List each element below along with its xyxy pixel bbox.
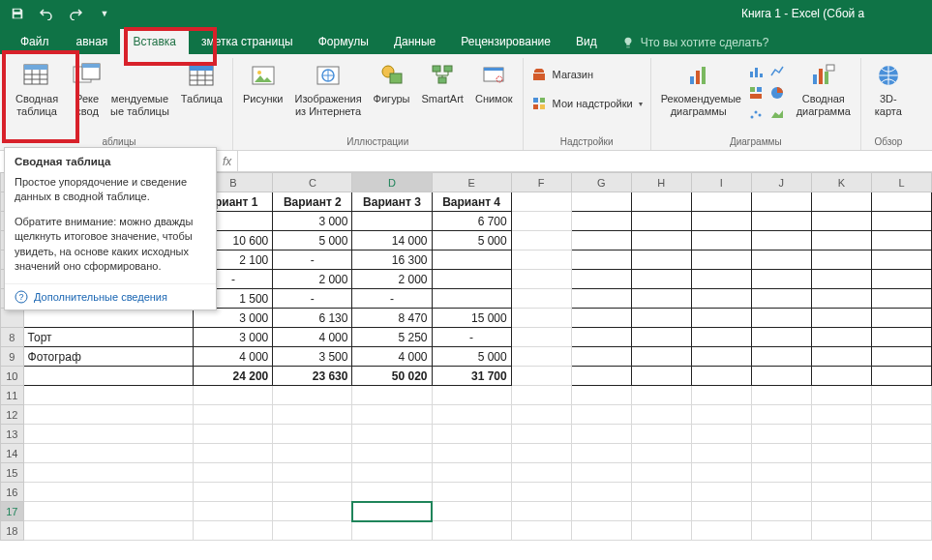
online-pictures-button[interactable]: Изображения из Интернета (290, 58, 365, 119)
table-row: 13 (1, 425, 932, 444)
rec-pivot-prefix-label: Реке свод (75, 93, 99, 117)
pivot-chart-button[interactable]: Сводная диаграмма (793, 58, 855, 119)
row-header-17[interactable]: 17 (1, 502, 24, 521)
cell[interactable]: 3 500 (273, 347, 352, 367)
tell-me-search[interactable]: Что вы хотите сделать? (610, 31, 781, 54)
cell[interactable]: - (352, 289, 432, 309)
cell[interactable]: - (273, 251, 352, 270)
col-header-l[interactable]: L (871, 173, 931, 192)
row-header-14[interactable]: 14 (1, 444, 24, 463)
tab-page-layout[interactable]: зметка страницы (189, 29, 306, 54)
cell[interactable]: 5 000 (273, 231, 352, 251)
cell[interactable]: Вариант 4 (432, 192, 511, 212)
cell[interactable]: - (432, 328, 511, 347)
cell[interactable]: 15 000 (432, 309, 511, 328)
col-header-h[interactable]: H (631, 173, 691, 192)
cell[interactable]: 6 130 (273, 309, 352, 328)
my-addins-button[interactable]: Мои надстройки ▾ (529, 95, 645, 112)
redo-icon[interactable] (66, 4, 85, 23)
tab-view[interactable]: Вид (563, 29, 610, 54)
cell[interactable] (432, 270, 511, 289)
shapes-button[interactable]: Фигуры (370, 58, 414, 107)
cell[interactable]: 31 700 (432, 367, 511, 386)
pivot-table-button[interactable]: Сводная таблица (12, 58, 62, 119)
table-row: 12 (1, 405, 932, 425)
screenshot-button[interactable]: Снимок (471, 58, 517, 107)
cell[interactable]: 6 700 (432, 212, 511, 231)
tab-home[interactable]: авная (64, 29, 121, 54)
pictures-button[interactable]: Рисунки (239, 58, 287, 107)
cell[interactable]: 50 020 (352, 367, 432, 386)
cell[interactable]: 5 000 (432, 347, 511, 367)
tab-file[interactable]: Файл (8, 29, 62, 54)
cell[interactable]: 2 000 (352, 270, 432, 289)
cell[interactable]: Вариант 3 (352, 192, 432, 212)
recommended-pivot-button[interactable]: мендуемые ые таблицы (106, 58, 173, 119)
cell[interactable]: Торт (23, 328, 194, 347)
row-header-16[interactable]: 16 (1, 483, 24, 502)
cell[interactable]: 4 000 (352, 347, 432, 367)
col-header-j[interactable]: J (751, 173, 811, 192)
tooltip-more-info-link[interactable]: ? Дополнительные сведения (5, 283, 216, 309)
cell[interactable]: 23 630 (273, 367, 352, 386)
svg-rect-25 (484, 68, 503, 71)
row-header-10[interactable]: 10 (1, 367, 24, 386)
cell[interactable]: 4 000 (194, 347, 273, 367)
col-header-f[interactable]: F (511, 173, 571, 192)
col-header-k[interactable]: K (811, 173, 871, 192)
cell[interactable]: 3 000 (273, 212, 352, 231)
recommended-charts-button[interactable]: Рекомендуемые диаграммы (657, 58, 740, 119)
pie-chart-icon[interactable] (767, 83, 787, 103)
col-header-e[interactable]: E (432, 173, 511, 192)
formula-input[interactable] (237, 151, 932, 171)
cell[interactable] (432, 251, 511, 270)
row-header[interactable] (1, 309, 24, 328)
cell[interactable] (352, 212, 432, 231)
cell[interactable]: Фотограф (23, 347, 194, 367)
cell[interactable]: 5 000 (432, 231, 511, 251)
tab-formulas[interactable]: Формулы (306, 29, 381, 54)
cell[interactable]: 5 250 (352, 328, 432, 347)
col-header-i[interactable]: I (691, 173, 751, 192)
row-header-15[interactable]: 15 (1, 463, 24, 483)
row-header-12[interactable]: 12 (1, 405, 24, 425)
tab-insert[interactable]: Вставка (120, 29, 189, 54)
line-chart-icon[interactable] (767, 62, 787, 81)
cell[interactable]: - (273, 289, 352, 309)
smartart-button[interactable]: SmartArt (418, 58, 467, 107)
row-header-11[interactable]: 11 (1, 386, 24, 405)
scatter-chart-icon[interactable] (746, 104, 766, 124)
3d-map-button[interactable]: 3D- карта (867, 58, 910, 119)
fx-label[interactable]: fx (217, 155, 237, 168)
cell[interactable] (432, 289, 511, 309)
cell[interactable]: 3 000 (194, 328, 273, 347)
qat-dropdown-icon[interactable]: ▼ (95, 4, 114, 23)
row-header-13[interactable]: 13 (1, 425, 24, 444)
table-button[interactable]: Таблица (177, 58, 226, 107)
cell[interactable]: 4 000 (273, 328, 352, 347)
column-chart-icon[interactable] (746, 62, 766, 81)
surface-chart-icon[interactable] (767, 104, 787, 124)
cell[interactable]: 3 000 (194, 309, 273, 328)
recommended-pivot-prefix[interactable]: Реке свод (66, 58, 108, 119)
save-icon[interactable] (8, 4, 27, 23)
row-header-18[interactable]: 18 (1, 521, 24, 541)
col-header-g[interactable]: G (571, 173, 631, 192)
cell[interactable]: 14 000 (352, 231, 432, 251)
tab-data[interactable]: Данные (381, 29, 448, 54)
cell[interactable]: 8 470 (352, 309, 432, 328)
hierarchy-chart-icon[interactable] (746, 83, 766, 103)
cell[interactable]: 2 000 (273, 270, 352, 289)
col-header-c[interactable]: C (273, 173, 352, 192)
col-header-d[interactable]: D (352, 173, 432, 192)
cell[interactable] (23, 367, 194, 386)
cell[interactable]: Вариант 2 (273, 192, 352, 212)
tab-review[interactable]: Рецензирование (448, 29, 563, 54)
active-cell[interactable] (352, 502, 432, 521)
row-header-8[interactable]: 8 (1, 328, 24, 347)
undo-icon[interactable] (37, 4, 56, 23)
store-button[interactable]: Магазин (529, 66, 645, 83)
cell[interactable]: 16 300 (352, 251, 432, 270)
cell[interactable]: 24 200 (194, 367, 273, 386)
row-header-9[interactable]: 9 (1, 347, 24, 367)
